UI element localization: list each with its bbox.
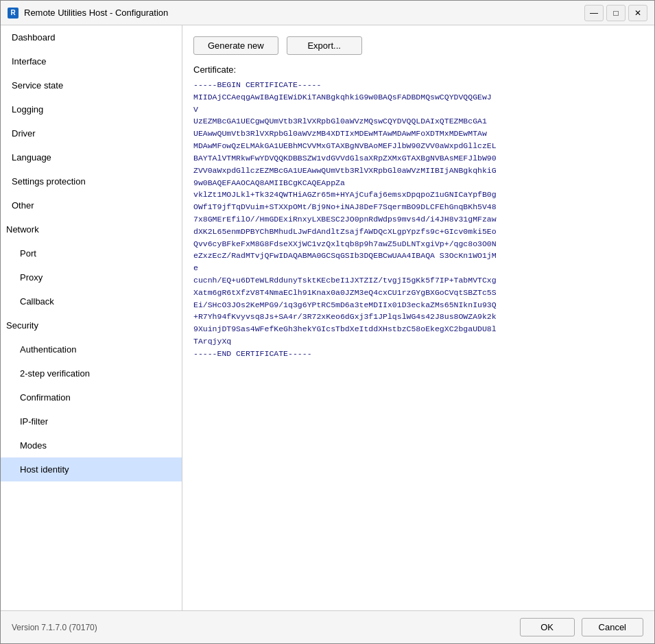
sidebar-item-service-state[interactable]: Service state	[1, 73, 182, 97]
window-controls: — □ ✕	[584, 5, 647, 21]
sidebar-item-callback[interactable]: Callback	[1, 289, 182, 313]
cancel-button[interactable]: Cancel	[582, 618, 643, 636]
sidebar-item-language[interactable]: Language	[1, 145, 182, 169]
sidebar-item-host-identity[interactable]: Host identity	[1, 457, 182, 481]
certificate-label: Certificate:	[193, 64, 643, 75]
sidebar-item-logging[interactable]: Logging	[1, 97, 182, 121]
sidebar-item-settings-protection[interactable]: Settings protection	[1, 169, 182, 193]
maximize-button[interactable]: □	[606, 5, 626, 21]
sidebar-item-authentication[interactable]: Authentication	[1, 337, 182, 361]
window-title: Remote Utilities Host - Configuration	[24, 8, 584, 18]
sidebar-item-port[interactable]: Port	[1, 241, 182, 265]
sidebar-item-proxy[interactable]: Proxy	[1, 265, 182, 289]
sidebar-section-security: Security	[1, 313, 182, 337]
generate-new-button[interactable]: Generate new	[193, 36, 278, 55]
sidebar-item-ip-filter[interactable]: IP-filter	[1, 409, 182, 433]
main-panel: Generate new Export... Certificate: ----…	[182, 25, 654, 610]
sidebar-item-interface[interactable]: Interface	[1, 49, 182, 73]
sidebar-item-dashboard[interactable]: Dashboard	[1, 25, 182, 49]
sidebar-item-driver[interactable]: Driver	[1, 121, 182, 145]
footer-buttons: OK Cancel	[520, 618, 643, 636]
close-button[interactable]: ✕	[628, 5, 647, 21]
sidebar-section-network: Network	[1, 217, 182, 241]
sidebar-item-confirmation[interactable]: Confirmation	[1, 385, 182, 409]
main-window: R Remote Utilities Host - Configuration …	[0, 0, 655, 644]
minimize-button[interactable]: —	[584, 5, 604, 21]
certificate-content: -----BEGIN CERTIFICATE----- MIIDAjCCAeqg…	[193, 79, 643, 599]
export-button[interactable]: Export...	[287, 36, 362, 55]
sidebar-item-other[interactable]: Other	[1, 193, 182, 217]
version-label: Version 7.1.7.0 (70170)	[12, 623, 97, 632]
content-area: Dashboard Interface Service state Loggin…	[1, 25, 654, 610]
footer: Version 7.1.7.0 (70170) OK Cancel	[1, 610, 654, 643]
sidebar: Dashboard Interface Service state Loggin…	[1, 25, 182, 610]
title-bar: R Remote Utilities Host - Configuration …	[1, 1, 654, 25]
sidebar-item-modes[interactable]: Modes	[1, 433, 182, 457]
ok-button[interactable]: OK	[520, 618, 575, 636]
app-icon: R	[8, 8, 19, 19]
sidebar-item-2-step-verification[interactable]: 2-step verification	[1, 361, 182, 385]
action-buttons: Generate new Export...	[193, 36, 643, 55]
